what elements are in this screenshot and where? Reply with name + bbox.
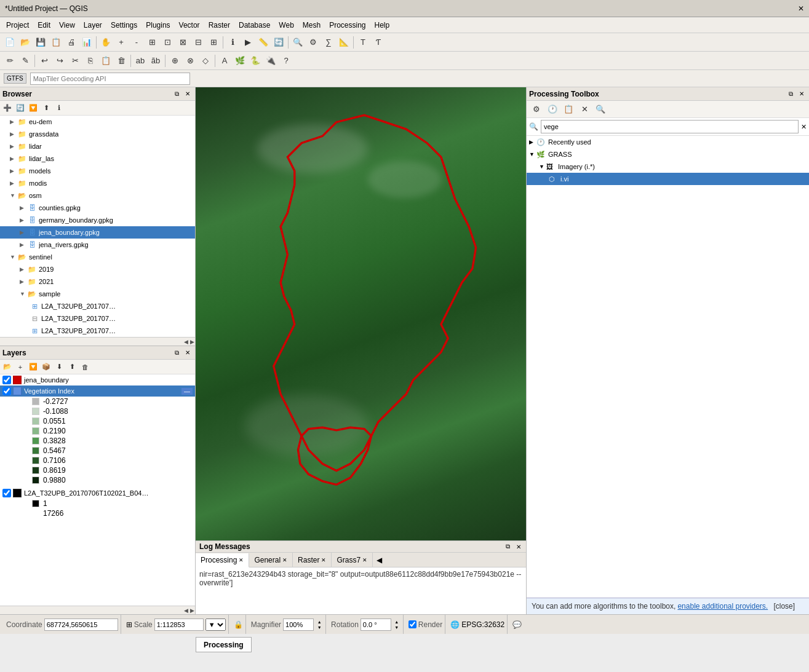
toolbox-search-input[interactable] xyxy=(541,120,799,133)
browser-item-eu-dem[interactable]: ▶ 📁 eu-dem xyxy=(0,116,195,128)
menu-item-settings[interactable]: Settings xyxy=(107,20,141,31)
calc-btn[interactable]: ∑ xyxy=(321,35,336,50)
zoom-full-btn[interactable]: ⊞ xyxy=(145,35,159,50)
menu-item-layer[interactable]: Layer xyxy=(80,20,106,31)
zoom-layer-btn[interactable]: ⊡ xyxy=(160,35,175,50)
render-checkbox[interactable] xyxy=(408,620,416,628)
toolbox-settings-btn[interactable]: 🔍 xyxy=(593,102,608,117)
toolbox-run-btn[interactable]: ⚙ xyxy=(529,102,544,117)
epsg-label[interactable]: EPSG:32632 xyxy=(461,620,504,629)
browser-scroll-left[interactable]: ◀ xyxy=(183,339,189,345)
help-btn[interactable]: ? xyxy=(279,53,293,68)
log-close-btn[interactable]: ✕ xyxy=(514,542,524,551)
log-tab-grass7-close[interactable]: ✕ xyxy=(362,557,367,563)
delete-btn[interactable]: 🗑 xyxy=(114,53,129,68)
layer-filter-btn[interactable]: 🔽 xyxy=(27,361,39,373)
browser-refresh-btn[interactable]: 🔄 xyxy=(14,102,26,114)
menu-item-project[interactable]: Project xyxy=(2,20,33,31)
edit2-btn[interactable]: ✎ xyxy=(18,53,33,68)
label-btn[interactable]: ab xyxy=(133,53,148,68)
browser-item-l2a2[interactable]: ⊟ L2A_T32UPB_201707… xyxy=(0,312,195,325)
layer-l2a[interactable]: L2A_T32UPB_20170706T102021_B04… xyxy=(0,488,195,499)
log-tab-raster[interactable]: Raster ✕ xyxy=(293,553,332,567)
browser-item-sample[interactable]: ▼ 📂 sample xyxy=(0,288,195,300)
magnifier-input[interactable] xyxy=(283,619,314,631)
geocoding-input[interactable] xyxy=(30,73,190,85)
browser-collapse-btn[interactable]: ⬆ xyxy=(40,102,52,114)
layer-remove2-btn[interactable]: 🗑 xyxy=(79,361,91,373)
ruler-btn[interactable]: 📐 xyxy=(337,35,351,50)
browser-item-modis[interactable]: ▶ 📁 modis xyxy=(0,177,195,189)
redo-btn[interactable]: ↪ xyxy=(52,53,67,68)
pan-map-btn[interactable]: ⊞ xyxy=(206,35,221,50)
zoom-out-btn[interactable]: - xyxy=(129,35,144,50)
map-area[interactable] xyxy=(196,87,526,540)
browser-item-models[interactable]: ▶ 📁 models xyxy=(0,165,195,177)
layer-remove-btn[interactable]: ⬇ xyxy=(53,361,65,373)
toolbox-recently-used[interactable]: ▶ 🕐 Recently used xyxy=(527,136,809,148)
toolbox-i-vi[interactable]: ⬡ i.vi xyxy=(527,173,809,185)
log-float-btn[interactable]: ⧉ xyxy=(503,542,512,551)
menu-item-database[interactable]: Database xyxy=(235,20,274,31)
menu-item-mesh[interactable]: Mesh xyxy=(299,20,324,31)
toolbox-imagery[interactable]: ▼ 🖼 Imagery (i.*) xyxy=(527,160,809,173)
browser-item-germany[interactable]: ▶ 🗄 germany_boundary.gpkg xyxy=(0,214,195,226)
browser-item-l2a1[interactable]: ⊞ L2A_T32UPB_201707… xyxy=(0,300,195,312)
identify-btn[interactable]: ℹ xyxy=(225,35,240,50)
browser-close-btn[interactable]: ✕ xyxy=(183,89,193,99)
browser-scroll-right[interactable]: ▶ xyxy=(189,339,195,345)
browser-item-osm[interactable]: ▼ 📂 osm xyxy=(0,189,195,202)
label2-btn[interactable]: ãb xyxy=(148,53,163,68)
zoom-native-btn[interactable]: ⊟ xyxy=(191,35,205,50)
rotation-input[interactable] xyxy=(361,619,391,631)
menu-item-plugins[interactable]: Plugins xyxy=(142,20,173,31)
layer-up-btn[interactable]: ⬆ xyxy=(66,361,78,373)
browser-float-btn[interactable]: ⧉ xyxy=(172,89,181,99)
close-button[interactable]: ✕ xyxy=(798,4,804,13)
grass-btn[interactable]: 🌿 xyxy=(233,53,247,68)
python-btn[interactable]: 🐍 xyxy=(248,53,263,68)
menu-item-help[interactable]: Help xyxy=(371,20,394,31)
browser-help-btn[interactable]: ℹ xyxy=(53,102,65,114)
plugin-btn[interactable]: 🔌 xyxy=(263,53,278,68)
browser-item-grassdata[interactable]: ▶ 📁 grassdata xyxy=(0,128,195,140)
save-project-btn[interactable]: 💾 xyxy=(33,35,48,50)
magnifier-up-btn[interactable]: ▲ xyxy=(316,619,323,625)
toolbox-history-btn[interactable]: 🕐 xyxy=(545,102,560,117)
toolbox-float-btn[interactable]: ⧉ xyxy=(786,89,795,99)
log-tab-general-close[interactable]: ✕ xyxy=(282,557,287,563)
layer-open-btn[interactable]: 📂 xyxy=(1,361,14,373)
toolbox-recent-btn[interactable]: 📋 xyxy=(561,102,576,117)
snap-btn[interactable]: ⊕ xyxy=(167,53,182,68)
browser-item-lidar-las[interactable]: ▶ 📁 lidar_las xyxy=(0,152,195,165)
toolbox-close-btn[interactable]: ✕ xyxy=(797,89,807,99)
print-btn[interactable]: 🖨 xyxy=(64,35,79,50)
toolbox-close-link[interactable]: [close] xyxy=(773,602,795,611)
print2-btn[interactable]: 📊 xyxy=(79,35,94,50)
coordinate-input[interactable] xyxy=(44,619,118,631)
layer-check-jena[interactable] xyxy=(2,376,11,384)
layers-close-btn[interactable]: ✕ xyxy=(183,348,193,358)
toolbox-enable-providers-link[interactable]: enable additional providers. xyxy=(677,602,768,611)
measure-btn[interactable]: 📏 xyxy=(256,35,271,50)
refresh-btn[interactable]: 🔄 xyxy=(271,35,286,50)
undo-btn[interactable]: ↩ xyxy=(37,53,52,68)
search-btn[interactable]: 🔍 xyxy=(290,35,305,50)
layer-group-btn[interactable]: 📦 xyxy=(40,361,52,373)
browser-item-jena-boundary[interactable]: ▶ 🗄 jena_boundary.gpkg xyxy=(0,226,195,239)
log-tab-processing[interactable]: Processing ✕ xyxy=(196,553,249,567)
log-tab-general[interactable]: General ✕ xyxy=(249,553,293,567)
save-as-btn[interactable]: 📋 xyxy=(49,35,63,50)
browser-add-btn[interactable]: ➕ xyxy=(1,102,14,114)
log-tab-nav-left[interactable]: ◀ xyxy=(374,556,385,564)
log-tab-raster-close[interactable]: ✕ xyxy=(321,557,326,563)
browser-item-2021[interactable]: ▶ 📁 2021 xyxy=(0,275,195,288)
vertex-btn[interactable]: ◇ xyxy=(198,53,213,68)
browser-filter-btn[interactable]: 🔽 xyxy=(27,102,39,114)
edit-btn[interactable]: ✏ xyxy=(2,53,17,68)
layers-float-btn[interactable]: ⧉ xyxy=(172,348,181,358)
zoom-sel-btn[interactable]: ⊠ xyxy=(175,35,190,50)
layer-add-btn[interactable]: + xyxy=(14,361,26,373)
menu-item-raster[interactable]: Raster xyxy=(205,20,234,31)
layers-scroll-right[interactable]: ▶ xyxy=(189,607,195,614)
